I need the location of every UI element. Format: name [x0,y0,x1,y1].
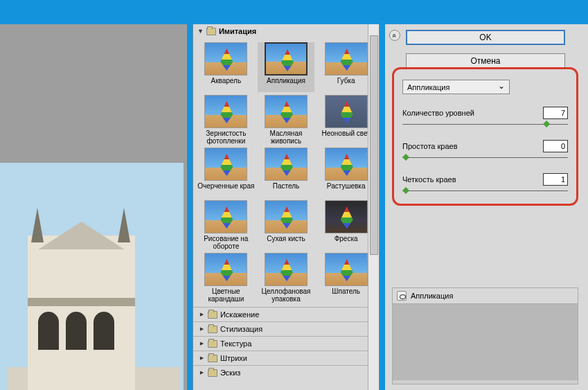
cancel-button[interactable]: Отмена [406,53,565,69]
folder-icon [208,311,217,319]
param-row: Количество уровней [402,107,568,119]
param-slider[interactable] [402,188,568,194]
param-input[interactable] [543,107,568,119]
thumb-label: Растушевка [317,182,375,197]
folder-icon [208,369,217,377]
thumb-image [325,148,368,181]
triangle-right-icon: ▼ [198,312,205,318]
triangle-right-icon: ▼ [198,355,205,362]
triangle-right-icon: ▼ [198,341,205,347]
thumb-label: Неоновый свет [317,130,375,145]
filter-gallery-panel: ▼ Имитация АкварельАппликацияГубкаЗернис… [193,24,380,390]
thumb-image [265,42,308,76]
triangle-down-icon: ▼ [197,28,204,35]
thumb-label: Шпатель [317,287,375,303]
thumb-label: Аппликация [258,77,315,92]
filter-thumb[interactable]: Рисование на обороте [197,200,255,250]
thumb-image [325,200,368,233]
thumb-image [265,200,308,233]
category-label: Эскиз [220,369,240,377]
filter-thumb[interactable]: Цветные карандаши [197,253,255,303]
folder-icon [208,340,217,348]
category-row[interactable]: ▼Стилизация [193,321,379,336]
param-label: Количество уровней [402,109,474,117]
thumb-image [265,148,308,181]
thumb-image [325,95,368,128]
preview-canvas [0,163,184,390]
thumb-image [325,42,368,76]
visibility-icon[interactable] [397,291,407,301]
settings-panel: OK Отмена Аппликация Количество уровнейП… [385,24,588,390]
param-slider[interactable] [402,122,568,127]
param-input[interactable] [543,140,568,152]
dropdown-value: Аппликация [407,83,449,91]
category-label: Текстура [220,339,251,348]
thumb-label: Сухая кисть [258,235,315,250]
effect-layer-row[interactable]: Аппликация [393,288,578,304]
collapse-button[interactable] [389,30,400,41]
param-slider[interactable] [402,155,568,161]
triangle-right-icon: ▼ [198,370,205,376]
thumb-image [204,42,247,76]
category-label: Имитация [219,27,256,35]
thumb-image [204,253,247,286]
thumb-label: Очерченные края [197,182,255,197]
thumb-image [204,95,247,128]
param-row: Простота краев [402,140,568,152]
filter-thumb[interactable]: Пастель [258,148,315,197]
category-label: Стилизация [220,325,262,333]
thumb-label: Цветные карандаши [197,287,255,303]
effects-list: Аппликация [392,287,578,384]
category-label: Штрихи [220,354,247,362]
thumb-label: Пастель [258,182,315,197]
filter-thumb[interactable]: Аппликация [258,42,315,92]
thumb-label: Фреска [317,235,375,250]
category-row[interactable]: ▼Эскиз [193,365,379,380]
workspace-bg [0,24,187,390]
thumb-label: Целлофановая упаковка [258,287,315,303]
effect-name: Аппликация [411,292,453,300]
thumb-image [265,253,308,286]
thumb-label: Зернистость фотопленки [197,130,255,145]
filter-thumb[interactable]: Очерченные края [197,148,255,197]
triangle-right-icon: ▼ [198,326,205,333]
ok-button[interactable]: OK [406,30,565,45]
thumb-image [325,253,368,286]
scrollbar[interactable] [368,24,379,390]
params-highlight-box: Аппликация Количество уровнейПростота кр… [392,67,578,206]
folder-icon [208,355,217,362]
folder-icon [206,28,216,35]
param-label: Простота краев [402,142,458,150]
filter-dropdown[interactable]: Аппликация [402,80,510,94]
thumb-image [204,200,247,233]
filter-thumb[interactable]: Сухая кисть [258,200,315,250]
filter-thumb[interactable]: Масляная живопись [258,95,315,145]
thumb-label: Губка [317,77,375,92]
thumb-image [265,95,308,128]
filter-thumb[interactable]: Фреска [317,200,375,250]
filter-thumb[interactable]: Растушевка [317,148,375,197]
thumb-label: Рисование на обороте [197,235,255,250]
category-row[interactable]: ▼Искажение [193,307,379,321]
thumb-label: Акварель [197,77,255,92]
filter-thumb[interactable]: Зернистость фотопленки [197,95,255,145]
filter-thumb[interactable]: Акварель [197,42,255,92]
folder-icon [208,326,217,333]
filter-thumb[interactable]: Целлофановая упаковка [258,253,315,303]
filter-thumb[interactable]: Неоновый свет [317,95,375,145]
param-row: Четкость краев [402,173,568,186]
category-row[interactable]: ▼Штрихи [193,351,379,365]
filter-thumb[interactable]: Шпатель [317,253,375,303]
category-label: Искажение [220,310,259,319]
thumb-image [204,148,247,181]
category-row[interactable]: ▼Текстура [193,336,379,351]
thumb-label: Масляная живопись [258,130,315,145]
param-label: Четкость краев [402,175,456,184]
filter-thumb[interactable]: Губка [317,42,375,92]
param-input[interactable] [543,173,568,186]
category-header-open[interactable]: ▼ Имитация [193,24,379,38]
